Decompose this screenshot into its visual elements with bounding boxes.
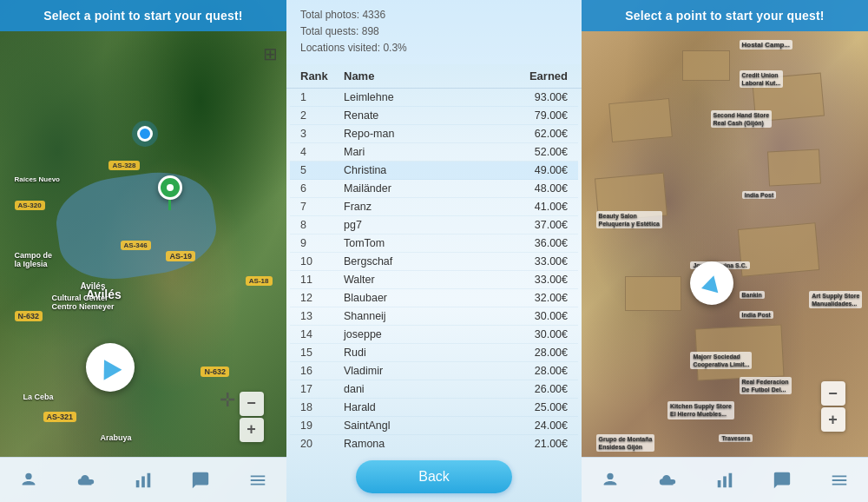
art-supply-label: Art Supply StoreManualidades... xyxy=(809,291,862,308)
table-row: 15 Rudi 28.00€ xyxy=(290,344,578,362)
rank-cell: 1 xyxy=(300,91,344,103)
earned-cell: 49.00€ xyxy=(498,164,568,176)
rank-cell: 7 xyxy=(300,201,344,213)
chat-icon[interactable] xyxy=(184,467,217,493)
right-chat-icon[interactable] xyxy=(766,467,799,493)
back-button[interactable]: Back xyxy=(356,460,512,493)
navigation-arrow[interactable] xyxy=(86,343,135,392)
right-person-icon[interactable] xyxy=(594,467,627,493)
nav-arrow-shape xyxy=(95,354,122,380)
right-map-panel[interactable]: Hostal Camp... Credit UnionLaboral Kut..… xyxy=(582,0,868,502)
table-row: 7 Franz 41.00€ xyxy=(290,198,578,216)
zoom-out-button[interactable]: − xyxy=(240,392,264,416)
leaderboard-scroll[interactable]: 1 Leimlehne 93.00€ 2 Renate 79.00€ 3 Rep… xyxy=(286,89,582,452)
name-cell: Ramona xyxy=(344,438,498,450)
earned-cell: 41.00€ xyxy=(498,201,568,213)
credit-union-label: Credit UnionLaboral Kut... xyxy=(740,70,784,88)
right-bottom-nav xyxy=(582,457,868,502)
rank-cell: 20 xyxy=(300,438,344,450)
table-row: 10 Bergschaf 33.00€ xyxy=(290,253,578,271)
name-cell: pg7 xyxy=(344,219,498,231)
right-cloud-icon[interactable] xyxy=(651,467,684,493)
rank-cell: 14 xyxy=(300,328,344,340)
earned-cell: 37.00€ xyxy=(498,219,568,231)
svg-point-0 xyxy=(25,472,31,479)
rank-cell: 9 xyxy=(300,237,344,249)
right-navigation-arrow[interactable] xyxy=(690,261,733,305)
hostal-label: Hostal Camp... xyxy=(740,40,793,50)
grupo-label: Grupo de MontañaEnsidesa Gijón xyxy=(596,434,655,452)
rank-cell: 13 xyxy=(300,310,344,322)
road-label-n632-right: N-632 xyxy=(201,367,229,377)
rank-cell: 5 xyxy=(300,164,344,176)
person-icon[interactable] xyxy=(12,467,45,493)
table-row: 8 pg7 37.00€ xyxy=(290,216,578,234)
name-cell: joseppe xyxy=(344,328,498,340)
table-row: 6 Mailänder 48.00€ xyxy=(290,180,578,198)
total-photos-stat: Total photos: 4336 xyxy=(300,7,568,23)
rank-cell: 3 xyxy=(300,128,344,140)
rank-cell: 19 xyxy=(300,419,344,432)
locations-value: 0.3% xyxy=(383,42,406,54)
beauty-salon-label: Beauty SalonPeluquería y Estética xyxy=(596,211,662,228)
rank-header: Rank xyxy=(300,69,344,83)
table-row: 9 TomTom 36.00€ xyxy=(290,234,578,253)
cloud-icon[interactable] xyxy=(69,467,102,493)
raices-label: Raíces Nuevo xyxy=(15,175,60,183)
majorr-label: Majorr SociedadCooperativa Limit... xyxy=(690,352,752,369)
road-label-as346: AS-346 xyxy=(121,241,151,250)
rank-cell: 17 xyxy=(300,383,344,395)
right-zoom-controls[interactable]: − + xyxy=(821,381,845,432)
layer-icon[interactable]: ⊞ xyxy=(263,43,278,64)
svg-rect-3 xyxy=(148,472,151,487)
cultural-center-label: Cultural CenterCentro Niemeyer xyxy=(51,294,114,311)
earned-cell: 33.00€ xyxy=(498,255,568,268)
left-map-header: Select a point to start your quest! xyxy=(0,0,286,31)
road-label-as328: AS-328 xyxy=(108,161,139,170)
right-zoom-out-button[interactable]: − xyxy=(821,381,845,406)
location-pin[interactable] xyxy=(158,175,182,210)
name-cell: dani xyxy=(344,383,498,395)
earned-cell: 28.00€ xyxy=(498,365,568,377)
right-nav-arrow-shape xyxy=(701,273,722,293)
leaderboard-header: Rank Name Earned xyxy=(286,64,582,89)
name-cell: Bergschaf xyxy=(344,255,498,268)
table-row: 16 Vladimir 28.00€ xyxy=(290,362,578,380)
road-label-n632-left: N-632 xyxy=(15,311,43,321)
rank-cell: 2 xyxy=(300,109,344,122)
table-row: 11 Walter 33.00€ xyxy=(290,271,578,289)
chart-icon[interactable] xyxy=(127,467,160,493)
rank-cell: 15 xyxy=(300,347,344,359)
menu-icon[interactable] xyxy=(241,467,274,493)
name-cell: Mari xyxy=(344,146,498,158)
right-menu-icon[interactable] xyxy=(823,467,856,493)
rank-cell: 18 xyxy=(300,401,344,413)
right-chart-icon[interactable] xyxy=(708,467,741,493)
left-map-panel[interactable]: AS-321 AS-19 N-632 N-632 AS-320 AS-346 A… xyxy=(0,0,286,502)
arabuya-label: Arabuya xyxy=(101,433,132,442)
table-row: 12 Blaubaer 32.00€ xyxy=(290,289,578,307)
svg-rect-7 xyxy=(729,472,733,487)
locations-stat: Locations visited: 0.3% xyxy=(300,40,568,56)
zoom-in-button[interactable]: + xyxy=(240,418,264,442)
table-row: 2 Renate 79.00€ xyxy=(290,107,578,125)
earned-cell: 48.00€ xyxy=(498,182,568,195)
earned-cell: 52.00€ xyxy=(498,146,568,158)
rank-cell: 6 xyxy=(300,182,344,195)
zoom-controls[interactable]: − + xyxy=(240,392,264,442)
earned-cell: 32.00€ xyxy=(498,292,568,304)
table-row: 20 Ramona 21.00€ xyxy=(290,435,578,452)
earned-cell: 93.00€ xyxy=(498,91,568,103)
name-cell: Leimlehne xyxy=(344,91,498,103)
locations-label: Locations visited: xyxy=(300,42,380,54)
table-row: 13 Shanneij 30.00€ xyxy=(290,307,578,326)
name-cell: Christina xyxy=(344,164,498,176)
name-cell: Shanneij xyxy=(344,310,498,322)
earned-cell: 33.00€ xyxy=(498,274,568,286)
kitchen-supply-label: Kitchen Supply StoreEl Hierro Muebles... xyxy=(667,401,734,419)
total-quests-value: 898 xyxy=(362,25,379,37)
table-row: 4 Mari 52.00€ xyxy=(290,143,578,162)
right-zoom-in-button[interactable]: + xyxy=(821,407,845,432)
rank-cell: 8 xyxy=(300,219,344,231)
crosshair-icon[interactable]: ✛ xyxy=(220,389,235,412)
